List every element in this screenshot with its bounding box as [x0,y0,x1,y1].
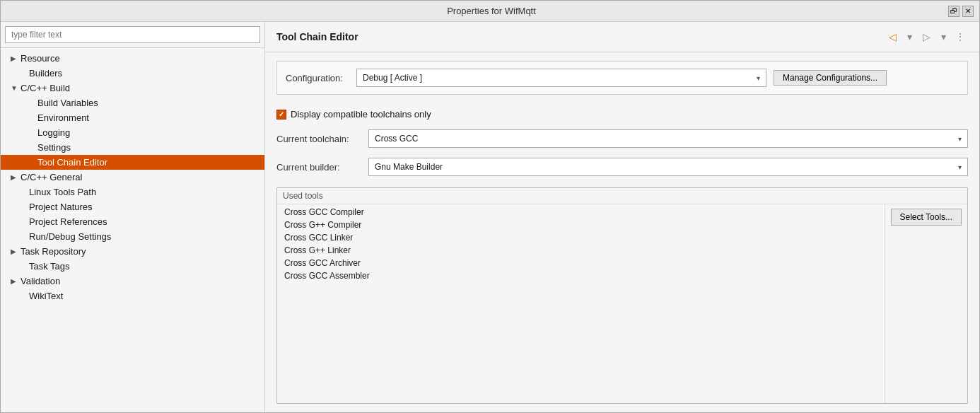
used-tools-body: Cross GCC Compiler Cross G++ Compiler Cr… [277,204,967,403]
sidebar-item-label: Project Natures [29,202,93,212]
sidebar-item-cpp-build[interactable]: ▼ C/C++ Build [1,81,264,95]
sidebar-item-resource[interactable]: ▶ Resource [1,51,264,66]
toolchain-section: ✓ Display compatible toolchains only Cur… [276,103,968,179]
window-controls: 🗗 ✕ [948,6,974,17]
list-item: Cross G++ Linker [277,244,885,257]
sidebar-item-label: WikiText [29,291,63,301]
list-item: Cross GCC Compiler [277,206,885,219]
sidebar-item-tool-chain-editor[interactable]: Tool Chain Editor [1,155,264,170]
down-button[interactable]: ▾ [902,29,917,45]
configuration-section: Configuration: Debug [ Active ] ▾ Manage… [276,61,968,95]
builder-row: Current builder: Gnu Make Builder ▾ [276,158,968,176]
configuration-label: Configuration: [286,73,349,83]
sidebar-item-label: Linux Tools Path [29,187,96,197]
toolchain-row: Current toolchain: Cross GCC ▾ [276,129,968,148]
toolchain-value: Cross GCC [375,134,418,144]
sidebar-item-label: Logging [37,127,70,138]
current-toolchain-label: Current toolchain: [276,134,361,144]
sidebar-item-label: Task Tags [29,261,70,272]
used-tools-section: Used tools Cross GCC Compiler Cross G++ … [276,187,968,404]
filter-input-wrap [1,22,264,48]
sidebar-item-wikitext[interactable]: WikiText [1,289,264,303]
list-item: Cross GCC Assembler [277,269,885,282]
list-item: Cross GCC Archiver [277,257,885,269]
list-item: Cross GCC Linker [277,231,885,244]
sidebar-item-label: Builders [29,68,62,78]
filter-input[interactable] [5,26,260,43]
current-builder-label: Current builder: [276,162,361,173]
sidebar-item-label: C/C++ General [21,172,82,182]
sidebar-item-label: Settings [37,142,71,153]
panel-title: Tool Chain Editor [276,31,358,42]
sidebar-item-project-references[interactable]: Project References [1,214,264,229]
sidebar-item-environment[interactable]: Environment [1,110,264,125]
down2-button[interactable]: ▾ [935,29,951,45]
sidebar-item-label: Task Repository [21,246,86,257]
sidebar-item-label: Environment [37,112,89,123]
sidebar-item-run-debug-settings[interactable]: Run/Debug Settings [1,229,264,244]
used-tools-label: Used tools [277,188,967,204]
dropdown-arrow-icon: ▾ [958,163,962,171]
sidebar-item-task-repository[interactable]: ▶ Task Repository [1,244,264,259]
sidebar-item-builders[interactable]: Builders [1,66,264,81]
configuration-select[interactable]: Debug [ Active ] ▾ [356,69,766,87]
current-toolchain-select[interactable]: Cross GCC ▾ [368,129,968,148]
dropdown-arrow-icon: ▾ [757,74,760,82]
manage-configurations-button[interactable]: Manage Configurations... [774,70,887,86]
sidebar-item-label: Resource [21,53,60,64]
sidebar-item-linux-tools-path[interactable]: Linux Tools Path [1,185,264,199]
sidebar-item-label: Validation [21,276,60,286]
menu-button[interactable]: ⋮ [952,29,968,45]
sidebar-item-build-variables[interactable]: Build Variables [1,95,264,110]
current-builder-select[interactable]: Gnu Make Builder ▾ [368,158,968,176]
restore-button[interactable]: 🗗 [948,6,959,17]
builder-value: Gnu Make Builder [375,162,443,172]
sidebar-item-label: Run/Debug Settings [29,231,111,242]
window-title: Properties for WifMqtt [35,6,948,16]
select-tools-button[interactable]: Select Tools... [891,209,962,226]
chevron-right-icon: ▶ [11,277,18,285]
sidebar-item-logging[interactable]: Logging [1,125,264,140]
sidebar-item-label: Project References [29,216,107,227]
display-compatible-checkbox[interactable]: ✓ [276,110,286,120]
configuration-value: Debug [ Active ] [363,73,422,83]
panel-body: Configuration: Debug [ Active ] ▾ Manage… [265,52,979,412]
right-panel: Tool Chain Editor ◁ ▾ ▷ ▾ ⋮ Configuratio… [265,22,979,412]
sidebar-item-settings[interactable]: Settings [1,140,264,155]
chevron-right-icon: ▶ [11,248,18,255]
main-content: ▶ Resource Builders ▼ C/C++ Build Build … [1,22,979,412]
chevron-right-icon: ▶ [11,173,18,181]
chevron-right-icon: ▶ [11,54,18,62]
chevron-down-icon: ▼ [11,84,18,92]
sidebar-item-label: C/C++ Build [21,83,70,93]
panel-header: Tool Chain Editor ◁ ▾ ▷ ▾ ⋮ [265,22,979,52]
window: Properties for WifMqtt 🗗 ✕ ▶ Resource Bu… [0,0,980,413]
sidebar-item-label: Tool Chain Editor [37,157,107,168]
back-button[interactable]: ◁ [885,29,900,45]
sidebar-item-label: Build Variables [37,98,98,108]
list-item: Cross G++ Compiler [277,219,885,231]
checkbox-row: ✓ Display compatible toolchains only [276,109,968,120]
checkbox-label: Display compatible toolchains only [291,109,431,120]
titlebar: Properties for WifMqtt 🗗 ✕ [1,1,979,22]
sidebar-item-cpp-general[interactable]: ▶ C/C++ General [1,170,264,185]
used-tools-actions: Select Tools... [885,204,967,403]
sidebar: ▶ Resource Builders ▼ C/C++ Build Build … [1,22,265,412]
panel-toolbar: ◁ ▾ ▷ ▾ ⋮ [885,29,968,45]
forward-button[interactable]: ▷ [918,29,934,45]
used-tools-list: Cross GCC Compiler Cross G++ Compiler Cr… [277,204,885,403]
tree: ▶ Resource Builders ▼ C/C++ Build Build … [1,48,264,412]
sidebar-item-task-tags[interactable]: Task Tags [1,259,264,274]
sidebar-item-project-natures[interactable]: Project Natures [1,199,264,214]
close-button[interactable]: ✕ [962,6,974,17]
sidebar-item-validation[interactable]: ▶ Validation [1,274,264,289]
check-icon: ✓ [279,110,284,118]
dropdown-arrow-icon: ▾ [958,135,962,143]
